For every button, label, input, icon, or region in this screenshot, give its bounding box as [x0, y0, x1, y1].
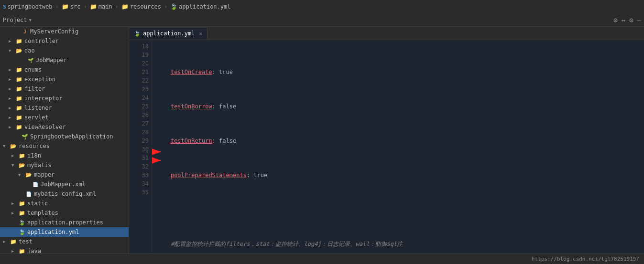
tree-item-i18n[interactable]: ▶ 📁 i18n — [0, 151, 129, 160]
tree-item-viewresolver[interactable]: ▶ 📁 viewResolver — [0, 122, 129, 132]
tree-item-interceptor[interactable]: ▶ 📁 interceptor — [0, 94, 129, 103]
tree-arrow: ▶ — [9, 96, 15, 101]
tree-arrow: ▶ — [9, 125, 15, 129]
folder-icon: 📁 — [15, 95, 23, 102]
tree-item-app-props[interactable]: 🍃 application.properties — [0, 218, 129, 227]
breadcrumb-bar: S springbootweb › 📁 src › 📁 main › 📁 res… — [0, 0, 644, 13]
spring-icon: 🌱 — [21, 133, 29, 140]
tab-application-yml[interactable]: 🍃 application.yml ✕ — [129, 27, 207, 40]
breadcrumb-project[interactable]: S springbootweb — [3, 3, 53, 10]
xml-icon: 📄 — [32, 181, 39, 188]
folder-icon: 📁 — [18, 210, 26, 216]
editor-tabs: 🍃 application.yml ✕ — [129, 27, 644, 40]
tree-arrow: ▶ — [9, 106, 15, 110]
tree-item-mybatis-config[interactable]: 📄 mybatis-config.xml — [0, 189, 129, 199]
breadcrumb-resources[interactable]: 📁 resources — [121, 3, 161, 10]
folder-icon: 📁 — [15, 124, 23, 130]
folder-icon: 📁 — [121, 3, 129, 10]
folder-icon: 📁 — [18, 248, 26, 253]
tree-item-listener[interactable]: ▶ 📁 listener — [0, 103, 129, 113]
tree-item-java[interactable]: ▶ 📁 java — [0, 246, 129, 253]
xml-icon: 📄 — [25, 190, 33, 197]
tree-arrow: ▶ — [11, 211, 18, 215]
tree-arrow: ▶ — [3, 239, 10, 244]
tree-item-servlet[interactable]: ▶ 📁 servlet — [0, 113, 129, 122]
folder-open-icon: 📂 — [25, 171, 33, 178]
tree-arrow: ▶ — [9, 86, 15, 91]
expand-icon[interactable]: ↔ — [622, 16, 625, 24]
folder-icon: 📁 — [90, 3, 97, 10]
editor-area: 🍃 application.yml ✕ 18 19 20 21 22 23 24… — [129, 27, 644, 253]
tree-item-enums[interactable]: ▶ 📁 enums — [0, 65, 129, 74]
tab-yml-icon: 🍃 — [134, 31, 141, 37]
settings-icon[interactable]: ⚙ — [613, 16, 617, 24]
tree-arrow: ▶ — [9, 67, 15, 72]
tree-item-exception[interactable]: ▶ 📁 exception — [0, 74, 129, 84]
yml-icon: 🍃 — [18, 229, 26, 235]
status-bar: https://blog.csdn.net/lgl782519197 — [0, 253, 644, 264]
code-line-19: testOnBorrow: false — [157, 102, 639, 111]
toolbar: Project ▼ ⚙ ↔ ⚙ — — [0, 13, 644, 27]
folder-icon: 📁 — [15, 38, 23, 44]
folder-open-icon: 📂 — [18, 162, 26, 169]
tree-item-myserverconfig[interactable]: J MyServerConfig — [0, 27, 129, 36]
folder-icon: 📁 — [18, 200, 26, 207]
tree-item-filter[interactable]: ▶ 📁 filter — [0, 84, 129, 94]
code-editor[interactable]: 18 19 20 21 22 23 24 25 26 27 28 29 30 3… — [129, 40, 644, 253]
tab-close-button[interactable]: ✕ — [199, 31, 202, 37]
minimize-icon[interactable]: — — [637, 16, 641, 24]
folder-icon: 📁 — [15, 66, 23, 73]
folder-open-icon: 📂 — [10, 143, 17, 149]
main-area: J MyServerConfig ▶ 📁 controller ▼ 📂 dao … — [0, 27, 644, 253]
tree-arrow: ▼ — [11, 163, 18, 168]
folder-open-icon: 📂 — [15, 47, 23, 54]
tree-arrow: ▶ — [9, 77, 15, 82]
tree-item-resources[interactable]: ▼ 📂 resources — [0, 141, 129, 151]
toolbar-actions: ⚙ ↔ ⚙ — — [613, 16, 641, 24]
yml-icon: 🍃 — [170, 3, 177, 10]
tree-arrow: ▶ — [11, 201, 18, 206]
tree-item-static[interactable]: ▶ 📁 static — [0, 199, 129, 208]
breadcrumb-src[interactable]: 📁 src — [62, 3, 81, 10]
tree-arrow: ▶ — [11, 153, 18, 158]
tree-arrow: ▶ — [11, 249, 18, 253]
project-tree: J MyServerConfig ▶ 📁 controller ▼ 📂 dao … — [0, 27, 129, 253]
tree-item-springbootwebapp[interactable]: 🌱 SpringbootwebApplication — [0, 132, 129, 141]
folder-icon: 📁 — [62, 3, 69, 10]
tree-arrow: ▼ — [9, 48, 15, 53]
tree-arrow: ▶ — [9, 115, 15, 120]
tree-item-mybatis[interactable]: ▼ 📂 mybatis — [0, 160, 129, 170]
options-icon[interactable]: ⚙ — [629, 16, 633, 24]
tree-arrow: ▼ — [18, 172, 25, 177]
breadcrumb-main[interactable]: 📁 main — [90, 3, 112, 10]
status-url[interactable]: https://blog.csdn.net/lgl782519197 — [532, 256, 639, 262]
folder-icon: 📁 — [18, 152, 26, 159]
tree-item-jobmapper[interactable]: 🌱 JobMapper — [0, 55, 129, 65]
code-line-20: testOnReturn: false — [157, 137, 639, 145]
tree-item-templates[interactable]: ▶ 📁 templates — [0, 208, 129, 218]
spring-icon: 🌱 — [27, 57, 34, 63]
project-panel-label[interactable]: Project ▼ — [3, 17, 32, 23]
tree-item-mapper[interactable]: ▼ 📂 mapper — [0, 170, 129, 180]
props-icon: 🍃 — [18, 219, 26, 226]
folder-icon: 📁 — [10, 238, 17, 245]
code-line-21: poolPreparedStatements: true — [157, 171, 639, 180]
tree-item-test[interactable]: ▶ 📁 test — [0, 237, 129, 246]
code-line-18: testOnCreate: true — [157, 68, 639, 76]
tree-item-dao[interactable]: ▼ 📂 dao — [0, 46, 129, 55]
tree-item-app-yml[interactable]: 🍃 application.yml — [0, 227, 129, 237]
line-numbers: 18 19 20 21 22 23 24 25 26 27 28 29 30 3… — [129, 40, 152, 253]
code-line-23: #配置监控统计拦截的filters，stat：监控统计、log4j：日志记录、w… — [157, 240, 639, 248]
tree-arrow: ▼ — [3, 144, 10, 148]
code-content[interactable]: testOnCreate: true testOnBorrow: false t… — [152, 40, 644, 253]
tree-item-controller[interactable]: ▶ 📁 controller — [0, 36, 129, 46]
folder-icon: 📁 — [15, 114, 23, 121]
breadcrumb-file[interactable]: 🍃 application.yml — [170, 3, 230, 10]
project-icon: S — [3, 4, 6, 10]
tree-item-jobmapper-xml[interactable]: 📄 JobMapper.xml — [0, 180, 129, 189]
folder-icon: 📁 — [15, 105, 23, 111]
java-icon: J — [21, 28, 29, 35]
code-line-22 — [157, 205, 639, 214]
chevron-down-icon: ▼ — [29, 18, 32, 22]
folder-icon: 📁 — [15, 76, 23, 83]
